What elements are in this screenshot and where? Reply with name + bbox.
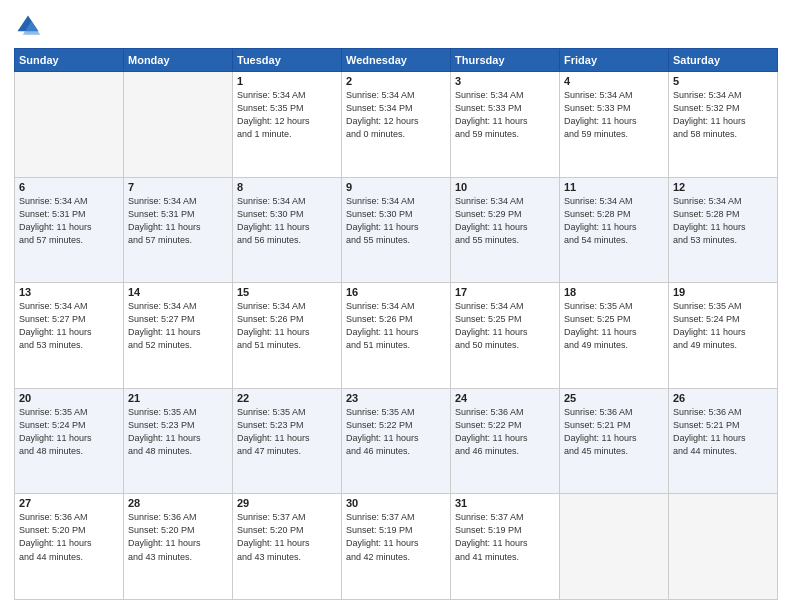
day-number: 1 bbox=[237, 75, 337, 87]
calendar-cell: 1Sunrise: 5:34 AM Sunset: 5:35 PM Daylig… bbox=[233, 72, 342, 178]
weekday-header: Sunday bbox=[15, 49, 124, 72]
day-number: 11 bbox=[564, 181, 664, 193]
calendar-cell: 22Sunrise: 5:35 AM Sunset: 5:23 PM Dayli… bbox=[233, 388, 342, 494]
day-info: Sunrise: 5:34 AM Sunset: 5:30 PM Dayligh… bbox=[346, 195, 446, 247]
day-number: 27 bbox=[19, 497, 119, 509]
day-number: 30 bbox=[346, 497, 446, 509]
day-number: 2 bbox=[346, 75, 446, 87]
day-number: 3 bbox=[455, 75, 555, 87]
logo bbox=[14, 12, 46, 40]
day-number: 15 bbox=[237, 286, 337, 298]
calendar-week-row: 1Sunrise: 5:34 AM Sunset: 5:35 PM Daylig… bbox=[15, 72, 778, 178]
calendar-cell: 28Sunrise: 5:36 AM Sunset: 5:20 PM Dayli… bbox=[124, 494, 233, 600]
calendar-cell: 14Sunrise: 5:34 AM Sunset: 5:27 PM Dayli… bbox=[124, 283, 233, 389]
day-info: Sunrise: 5:35 AM Sunset: 5:24 PM Dayligh… bbox=[673, 300, 773, 352]
day-info: Sunrise: 5:34 AM Sunset: 5:25 PM Dayligh… bbox=[455, 300, 555, 352]
header bbox=[14, 12, 778, 40]
day-number: 16 bbox=[346, 286, 446, 298]
calendar-cell: 3Sunrise: 5:34 AM Sunset: 5:33 PM Daylig… bbox=[451, 72, 560, 178]
calendar-cell: 12Sunrise: 5:34 AM Sunset: 5:28 PM Dayli… bbox=[669, 177, 778, 283]
calendar-cell bbox=[124, 72, 233, 178]
calendar-cell: 4Sunrise: 5:34 AM Sunset: 5:33 PM Daylig… bbox=[560, 72, 669, 178]
day-info: Sunrise: 5:35 AM Sunset: 5:25 PM Dayligh… bbox=[564, 300, 664, 352]
day-number: 14 bbox=[128, 286, 228, 298]
calendar-cell: 30Sunrise: 5:37 AM Sunset: 5:19 PM Dayli… bbox=[342, 494, 451, 600]
calendar-cell: 13Sunrise: 5:34 AM Sunset: 5:27 PM Dayli… bbox=[15, 283, 124, 389]
day-number: 6 bbox=[19, 181, 119, 193]
calendar-cell bbox=[560, 494, 669, 600]
day-info: Sunrise: 5:36 AM Sunset: 5:21 PM Dayligh… bbox=[564, 406, 664, 458]
day-info: Sunrise: 5:34 AM Sunset: 5:31 PM Dayligh… bbox=[19, 195, 119, 247]
day-info: Sunrise: 5:34 AM Sunset: 5:28 PM Dayligh… bbox=[564, 195, 664, 247]
weekday-header: Friday bbox=[560, 49, 669, 72]
day-number: 5 bbox=[673, 75, 773, 87]
day-number: 10 bbox=[455, 181, 555, 193]
calendar-cell: 25Sunrise: 5:36 AM Sunset: 5:21 PM Dayli… bbox=[560, 388, 669, 494]
weekday-header: Monday bbox=[124, 49, 233, 72]
calendar-cell: 27Sunrise: 5:36 AM Sunset: 5:20 PM Dayli… bbox=[15, 494, 124, 600]
day-info: Sunrise: 5:37 AM Sunset: 5:20 PM Dayligh… bbox=[237, 511, 337, 563]
calendar-cell: 2Sunrise: 5:34 AM Sunset: 5:34 PM Daylig… bbox=[342, 72, 451, 178]
day-info: Sunrise: 5:35 AM Sunset: 5:23 PM Dayligh… bbox=[128, 406, 228, 458]
day-info: Sunrise: 5:34 AM Sunset: 5:33 PM Dayligh… bbox=[455, 89, 555, 141]
day-info: Sunrise: 5:34 AM Sunset: 5:33 PM Dayligh… bbox=[564, 89, 664, 141]
day-number: 25 bbox=[564, 392, 664, 404]
day-info: Sunrise: 5:35 AM Sunset: 5:22 PM Dayligh… bbox=[346, 406, 446, 458]
logo-icon bbox=[14, 12, 42, 40]
calendar-cell: 21Sunrise: 5:35 AM Sunset: 5:23 PM Dayli… bbox=[124, 388, 233, 494]
calendar-table: SundayMondayTuesdayWednesdayThursdayFrid… bbox=[14, 48, 778, 600]
calendar-cell bbox=[15, 72, 124, 178]
day-number: 7 bbox=[128, 181, 228, 193]
day-info: Sunrise: 5:36 AM Sunset: 5:22 PM Dayligh… bbox=[455, 406, 555, 458]
day-info: Sunrise: 5:36 AM Sunset: 5:20 PM Dayligh… bbox=[128, 511, 228, 563]
day-number: 8 bbox=[237, 181, 337, 193]
weekday-header: Tuesday bbox=[233, 49, 342, 72]
calendar-cell: 24Sunrise: 5:36 AM Sunset: 5:22 PM Dayli… bbox=[451, 388, 560, 494]
weekday-header: Thursday bbox=[451, 49, 560, 72]
day-info: Sunrise: 5:34 AM Sunset: 5:30 PM Dayligh… bbox=[237, 195, 337, 247]
day-number: 12 bbox=[673, 181, 773, 193]
calendar-cell: 26Sunrise: 5:36 AM Sunset: 5:21 PM Dayli… bbox=[669, 388, 778, 494]
day-info: Sunrise: 5:34 AM Sunset: 5:35 PM Dayligh… bbox=[237, 89, 337, 141]
day-info: Sunrise: 5:34 AM Sunset: 5:29 PM Dayligh… bbox=[455, 195, 555, 247]
day-info: Sunrise: 5:36 AM Sunset: 5:20 PM Dayligh… bbox=[19, 511, 119, 563]
calendar-header-row: SundayMondayTuesdayWednesdayThursdayFrid… bbox=[15, 49, 778, 72]
calendar-cell: 17Sunrise: 5:34 AM Sunset: 5:25 PM Dayli… bbox=[451, 283, 560, 389]
calendar-week-row: 6Sunrise: 5:34 AM Sunset: 5:31 PM Daylig… bbox=[15, 177, 778, 283]
day-number: 31 bbox=[455, 497, 555, 509]
day-info: Sunrise: 5:34 AM Sunset: 5:34 PM Dayligh… bbox=[346, 89, 446, 141]
day-info: Sunrise: 5:35 AM Sunset: 5:24 PM Dayligh… bbox=[19, 406, 119, 458]
calendar-cell: 18Sunrise: 5:35 AM Sunset: 5:25 PM Dayli… bbox=[560, 283, 669, 389]
calendar-cell: 10Sunrise: 5:34 AM Sunset: 5:29 PM Dayli… bbox=[451, 177, 560, 283]
calendar-cell: 31Sunrise: 5:37 AM Sunset: 5:19 PM Dayli… bbox=[451, 494, 560, 600]
day-info: Sunrise: 5:34 AM Sunset: 5:28 PM Dayligh… bbox=[673, 195, 773, 247]
day-info: Sunrise: 5:34 AM Sunset: 5:27 PM Dayligh… bbox=[128, 300, 228, 352]
calendar-cell bbox=[669, 494, 778, 600]
day-info: Sunrise: 5:35 AM Sunset: 5:23 PM Dayligh… bbox=[237, 406, 337, 458]
calendar-cell: 5Sunrise: 5:34 AM Sunset: 5:32 PM Daylig… bbox=[669, 72, 778, 178]
day-number: 21 bbox=[128, 392, 228, 404]
calendar-cell: 15Sunrise: 5:34 AM Sunset: 5:26 PM Dayli… bbox=[233, 283, 342, 389]
calendar-cell: 29Sunrise: 5:37 AM Sunset: 5:20 PM Dayli… bbox=[233, 494, 342, 600]
day-info: Sunrise: 5:34 AM Sunset: 5:27 PM Dayligh… bbox=[19, 300, 119, 352]
calendar-cell: 7Sunrise: 5:34 AM Sunset: 5:31 PM Daylig… bbox=[124, 177, 233, 283]
day-info: Sunrise: 5:34 AM Sunset: 5:31 PM Dayligh… bbox=[128, 195, 228, 247]
calendar-cell: 11Sunrise: 5:34 AM Sunset: 5:28 PM Dayli… bbox=[560, 177, 669, 283]
day-number: 9 bbox=[346, 181, 446, 193]
calendar-cell: 20Sunrise: 5:35 AM Sunset: 5:24 PM Dayli… bbox=[15, 388, 124, 494]
page: SundayMondayTuesdayWednesdayThursdayFrid… bbox=[0, 0, 792, 612]
day-number: 13 bbox=[19, 286, 119, 298]
calendar-week-row: 13Sunrise: 5:34 AM Sunset: 5:27 PM Dayli… bbox=[15, 283, 778, 389]
day-info: Sunrise: 5:34 AM Sunset: 5:32 PM Dayligh… bbox=[673, 89, 773, 141]
day-info: Sunrise: 5:36 AM Sunset: 5:21 PM Dayligh… bbox=[673, 406, 773, 458]
day-number: 28 bbox=[128, 497, 228, 509]
calendar-cell: 23Sunrise: 5:35 AM Sunset: 5:22 PM Dayli… bbox=[342, 388, 451, 494]
weekday-header: Wednesday bbox=[342, 49, 451, 72]
calendar-cell: 8Sunrise: 5:34 AM Sunset: 5:30 PM Daylig… bbox=[233, 177, 342, 283]
day-number: 18 bbox=[564, 286, 664, 298]
calendar-week-row: 27Sunrise: 5:36 AM Sunset: 5:20 PM Dayli… bbox=[15, 494, 778, 600]
day-number: 19 bbox=[673, 286, 773, 298]
day-number: 24 bbox=[455, 392, 555, 404]
day-number: 29 bbox=[237, 497, 337, 509]
calendar-cell: 6Sunrise: 5:34 AM Sunset: 5:31 PM Daylig… bbox=[15, 177, 124, 283]
